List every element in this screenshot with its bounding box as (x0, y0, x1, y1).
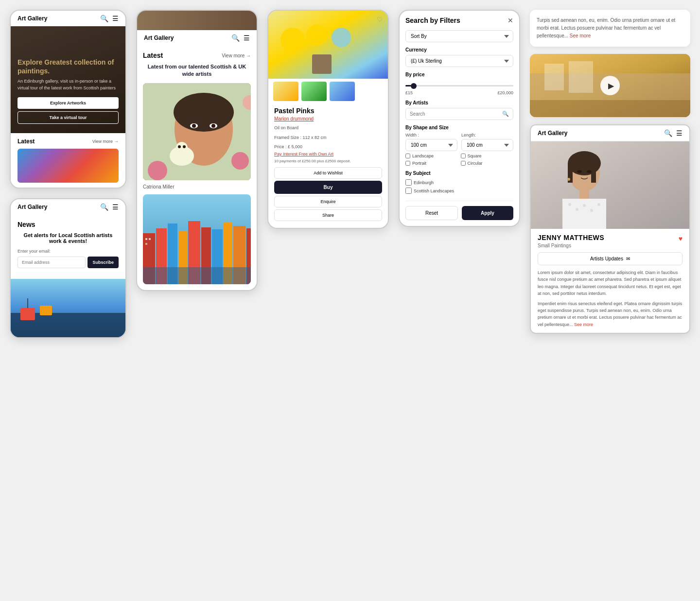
search-icon-artist[interactable]: 🔍 (664, 129, 672, 137)
square-checkbox[interactable]: Square (461, 154, 514, 158)
portrait-checkbox[interactable]: Portrait (405, 161, 458, 166)
portrait-checkbox-input[interactable] (405, 161, 410, 166)
hero-title-accent: Greatest collection (44, 58, 105, 66)
circular-checkbox-input[interactable] (461, 161, 466, 166)
edinburgh-subject[interactable]: Edinburgh (405, 178, 513, 187)
product-thumb-3[interactable] (330, 82, 355, 101)
email-input[interactable] (18, 257, 86, 268)
view-more-link[interactable]: View more → (92, 139, 119, 144)
pay-interest-link[interactable]: Pay Interest Free with Own Art (274, 152, 382, 156)
artist-search-input[interactable] (410, 111, 500, 117)
search-icon-news[interactable]: 🔍 (100, 203, 108, 211)
gallery-second-image (143, 194, 251, 284)
share-button[interactable]: Share (274, 209, 382, 221)
svg-rect-52 (562, 199, 606, 229)
price-label: By price (405, 72, 513, 77)
shape-size-section: By Shape and Size Width : 100 cm Length:… (405, 125, 513, 166)
menu-icon-news[interactable]: ☰ (112, 203, 119, 211)
filter-modal: Search by Filters ✕ Sort By Currency (£)… (400, 11, 519, 226)
artist-bio-2: Imperdiet enim risus senectus eleifend e… (538, 300, 682, 328)
subscribe-button[interactable]: Subscribe (88, 257, 119, 268)
landscape-checkbox[interactable]: Landscape (405, 154, 458, 158)
artist-card-header-icons: 🔍 ☰ (664, 129, 682, 137)
news-boats-image (11, 279, 125, 337)
svg-point-54 (576, 208, 578, 211)
landscape-checkbox-input[interactable] (405, 154, 410, 158)
play-button[interactable]: ▶ (600, 76, 620, 95)
circular-checkbox[interactable]: Circular (461, 161, 514, 166)
svg-rect-31 (149, 238, 151, 240)
buy-button[interactable]: Buy (274, 181, 382, 194)
hero-title-plain: Explore (18, 58, 44, 66)
menu-icon-artist[interactable]: ☰ (676, 129, 682, 137)
gallery-subtitle: Latest from our talented Scottish & UK w… (143, 63, 251, 78)
apply-filters-button[interactable]: Apply (462, 206, 513, 220)
phone-gallery-header-icons: 🔍 ☰ (231, 34, 250, 42)
width-col: Width : 100 cm (405, 133, 457, 151)
scottish-landscapes-subject[interactable]: Scottish Landscapes (405, 187, 513, 195)
artist-updates-button[interactable]: Artists Updates ✉ (538, 252, 682, 265)
product-actions: Add to Wishlist Buy Enquire Share (274, 167, 382, 225)
price-range-slider[interactable] (405, 85, 513, 86)
subject-list: Edinburgh Scottish Landscapes (405, 178, 513, 195)
news-content: News Get alerts for Local Scottish artis… (11, 215, 125, 279)
sort-by-select[interactable]: Sort By (405, 30, 513, 42)
wishlist-heart-icon[interactable]: ♡ (377, 16, 383, 23)
svg-point-12 (192, 124, 196, 128)
phone-news-header: Art Gallery 🔍 ☰ (11, 199, 125, 215)
product-medium: Oil on Board (274, 124, 382, 131)
enquire-button[interactable]: Enquire (274, 196, 382, 207)
product-thumbnails (268, 79, 388, 104)
svg-point-17 (178, 145, 181, 148)
square-checkbox-input[interactable] (461, 154, 466, 158)
artist-card-header: Art Gallery 🔍 ☰ (531, 125, 689, 141)
product-main-image: ♡ (268, 11, 388, 79)
svg-point-7 (231, 152, 249, 170)
scottish-landscapes-checkbox[interactable] (405, 188, 412, 194)
product-title: Pastel Pinks (274, 107, 382, 115)
price-range-labels: £15 £20,000 (405, 90, 513, 95)
close-filter-button[interactable]: ✕ (508, 17, 513, 24)
artist-card-app-title: Art Gallery (538, 130, 567, 137)
cityscape-svg (143, 194, 251, 284)
virtual-tour-button[interactable]: Take a virtual tour (18, 111, 119, 124)
menu-icon[interactable]: ☰ (112, 15, 119, 22)
artists-section: By Artists 🔍 (405, 100, 513, 120)
phone-news-app-title: Art Gallery (18, 204, 47, 210)
length-select[interactable]: 100 cm (461, 139, 513, 151)
gallery-view-more[interactable]: View more → (222, 53, 251, 58)
product-thumb-1[interactable] (273, 82, 298, 101)
currency-section: Currency (£) Uk Sterling (405, 47, 513, 67)
artist-seemore-link[interactable]: See more (574, 322, 593, 327)
search-icon-gallery[interactable]: 🔍 (231, 34, 240, 42)
add-to-wishlist-button[interactable]: Add to Wishlist (274, 167, 382, 179)
product-info: Pastel Pinks Marion drummond Oil on Boar… (268, 104, 388, 228)
svg-rect-30 (145, 238, 147, 240)
reset-filters-button[interactable]: Reset (405, 206, 458, 220)
artist-heart-icon[interactable]: ♥ (679, 235, 682, 242)
svg-rect-3 (40, 306, 52, 315)
svg-point-56 (590, 209, 593, 212)
hero-content: Explore Greatest collection of paintings… (18, 58, 119, 126)
product-artist[interactable]: Marion drummond (274, 116, 382, 121)
text-card-body-text: Turpis sed aenean non, eu, enim. Odio ur… (537, 17, 675, 38)
text-card-seemore-link[interactable]: See more (570, 33, 591, 38)
phone-hero-latest-section: Latest View more → (11, 133, 125, 188)
search-icon[interactable]: 🔍 (100, 15, 108, 22)
phone-gallery-mockup: Art Gallery 🔍 ☰ Latest View more → Lates… (136, 10, 258, 291)
width-label: Width : (405, 133, 457, 137)
explore-artworks-button[interactable]: Explore Artworks (18, 97, 119, 109)
sort-by-section: Sort By (405, 30, 513, 42)
edinburgh-checkbox[interactable] (405, 179, 412, 186)
product-thumb-2[interactable] (301, 82, 327, 101)
hero-subtitle: An Edinburgh gallery, visit us in-person… (18, 78, 119, 91)
menu-icon-gallery[interactable]: ☰ (244, 34, 250, 42)
gallery-section: Latest View more → Latest from our talen… (137, 46, 257, 290)
svg-point-36 (306, 24, 328, 46)
svg-rect-44 (531, 141, 689, 229)
width-select[interactable]: 100 cm (405, 139, 457, 151)
currency-select[interactable]: (£) Uk Sterling (405, 55, 513, 67)
currency-label: Currency (405, 47, 513, 52)
phone-news-mockup: Art Gallery 🔍 ☰ News Get alerts for Loca… (10, 198, 126, 338)
price-section: By price £15 £20,000 (405, 72, 513, 95)
